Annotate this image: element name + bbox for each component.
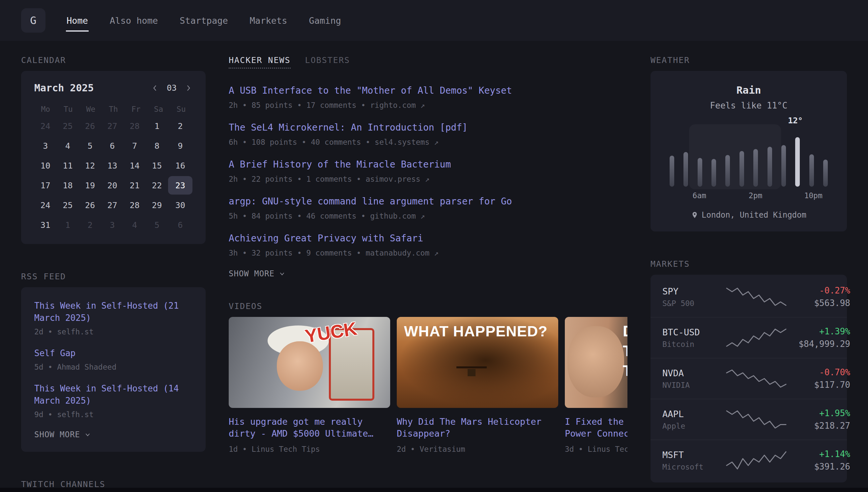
video-title[interactable]: His upgrade got me really dirty - AMD $5… — [229, 416, 390, 440]
markets-widget: SPY S&P 500 -0.27% $563.98 BTC-USD Bitco… — [651, 275, 847, 483]
calendar-day[interactable]: 2 — [79, 216, 101, 234]
nav-tab-markets[interactable]: Markets — [249, 9, 288, 32]
calendar-day[interactable]: 6 — [168, 216, 192, 234]
calendar-next-button[interactable] — [184, 84, 192, 92]
rss-show-more-label: SHOW MORE — [34, 430, 80, 439]
calendar-day[interactable]: 14 — [124, 156, 146, 175]
calendar-day[interactable]: 21 — [124, 176, 146, 195]
calendar-day[interactable]: 5 — [146, 216, 168, 234]
calendar-day[interactable]: 6 — [101, 137, 124, 155]
market-row[interactable]: AAPL Apple +1.95% $218.27 — [651, 399, 847, 440]
tab-lobsters[interactable]: LOBSTERS — [305, 55, 350, 68]
video-title-line: Disappear? — [397, 428, 558, 440]
news-item-title[interactable]: A Brief History of the Miracle Bacterium — [229, 158, 627, 171]
calendar-day[interactable]: 10 — [34, 156, 57, 175]
video-thumbnail[interactable]: DO T T — [565, 317, 627, 408]
calendar-day[interactable]: 4 — [57, 137, 79, 155]
news-item-title[interactable]: Achieving Great Privacy with Safari — [229, 232, 627, 245]
market-row[interactable]: SPY S&P 500 -0.27% $563.98 — [651, 277, 847, 317]
rss-item-title[interactable]: Self Gap — [34, 347, 192, 360]
calendar-day[interactable]: 24 — [34, 196, 57, 214]
calendar-day[interactable]: 28 — [124, 117, 146, 135]
rss-item-title[interactable]: This Week in Self-Hosted (14 March 2025) — [34, 383, 192, 407]
calendar-day[interactable]: 19 — [79, 176, 101, 195]
calendar-weekday-label: We — [79, 105, 102, 114]
calendar-day[interactable]: 27 — [101, 117, 124, 135]
calendar-weekday-label: Sa — [147, 105, 170, 114]
weather-bar — [725, 155, 730, 187]
weather-bar — [781, 145, 786, 187]
nav-tab-also-home[interactable]: Also home — [109, 9, 158, 32]
hour-label: 10pm — [804, 191, 822, 200]
video-title[interactable]: I Fixed the 5 Power Connect — [565, 416, 627, 440]
news-show-more-label: SHOW MORE — [229, 269, 274, 278]
news-item-meta: 6h • 108 points • 40 comments • sel4.sys… — [229, 138, 627, 146]
nav-tab-gaming[interactable]: Gaming — [308, 9, 342, 32]
tab-hacker-news[interactable]: HACKER NEWS — [229, 55, 291, 69]
calendar-day[interactable]: 16 — [168, 156, 192, 175]
calendar-day[interactable]: 2 — [168, 117, 192, 135]
calendar-day[interactable]: 13 — [101, 156, 124, 175]
chevron-right-icon — [184, 84, 192, 92]
calendar-day[interactable]: 15 — [146, 156, 168, 175]
calendar-day[interactable]: 9 — [168, 137, 192, 155]
calendar-day[interactable]: 27 — [101, 196, 124, 214]
calendar-month-number: 03 — [167, 83, 177, 93]
weather-condition: Rain — [664, 84, 834, 96]
market-price: $563.98 — [788, 298, 850, 308]
market-row[interactable]: MSFT Microsoft +1.14% $391.26 — [651, 440, 847, 481]
market-row[interactable]: NVDA NVIDIA -0.70% $117.70 — [651, 358, 847, 399]
video-card[interactable]: WHAT HAPPENED? Why Did The Mars Helicopt… — [397, 317, 558, 453]
calendar-day[interactable]: 29 — [146, 196, 168, 214]
calendar-weekday-label: Tu — [57, 105, 80, 114]
news-list: A USB Interface to the "Mother of All De… — [229, 84, 627, 257]
thumbnail-overlay-text: DO — [623, 322, 627, 340]
market-change: -0.27% — [788, 286, 850, 295]
calendar-day[interactable]: 18 — [57, 176, 79, 195]
nav-tab-startpage[interactable]: Startpage — [179, 9, 228, 32]
video-card[interactable]: DO T T I Fixed the 5 Power Connect 3d • … — [565, 317, 627, 453]
news-item: Achieving Great Privacy with Safari 3h •… — [229, 232, 627, 257]
app-logo[interactable]: G — [21, 8, 46, 33]
calendar-prev-button[interactable] — [151, 84, 159, 92]
calendar-day[interactable]: 3 — [34, 137, 57, 155]
calendar-day[interactable]: 3 — [101, 216, 124, 234]
rss-show-more-button[interactable]: SHOW MORE — [34, 430, 91, 439]
news-show-more-button[interactable]: SHOW MORE — [229, 269, 286, 278]
calendar-day[interactable]: 25 — [57, 196, 79, 214]
calendar-day[interactable]: 12 — [79, 156, 101, 175]
calendar-day[interactable]: 28 — [124, 196, 146, 214]
calendar-day[interactable]: 30 — [168, 196, 192, 214]
calendar-day[interactable]: 11 — [57, 156, 79, 175]
calendar-day[interactable]: 1 — [146, 117, 168, 135]
news-item-title[interactable]: argp: GNU-style command line argument pa… — [229, 195, 627, 208]
calendar-day[interactable]: 25 — [57, 117, 79, 135]
calendar-day[interactable]: 5 — [79, 137, 101, 155]
calendar-day[interactable]: 24 — [34, 117, 57, 135]
calendar-day[interactable]: 26 — [79, 196, 101, 214]
news-item-title[interactable]: A USB Interface to the "Mother of All De… — [229, 84, 627, 97]
news-item-title[interactable]: The SeL4 Microkernel: An Introduction [p… — [229, 121, 627, 134]
calendar-day-selected[interactable]: 23 — [168, 176, 192, 195]
right-column: WEATHER Rain Feels like 11°C 12° 6am 2pm… — [651, 55, 847, 483]
calendar-day[interactable]: 4 — [124, 216, 146, 234]
rss-item: This Week in Self-Hosted (14 March 2025)… — [34, 383, 192, 419]
calendar-day[interactable]: 1 — [57, 216, 79, 234]
calendar-day[interactable]: 8 — [146, 137, 168, 155]
calendar-day[interactable]: 26 — [79, 117, 101, 135]
nav-tab-home[interactable]: Home — [66, 9, 89, 32]
market-row[interactable]: BTC-USD Bitcoin +1.39% $84,999.29 — [651, 317, 847, 358]
calendar-day[interactable]: 20 — [101, 176, 124, 195]
weather-hourly-chart: 12° — [668, 129, 829, 187]
calendar-day[interactable]: 31 — [34, 216, 57, 234]
video-thumbnail[interactable]: WHAT HAPPENED? — [397, 317, 558, 408]
calendar-day[interactable]: 17 — [34, 176, 57, 195]
rss-item-title[interactable]: This Week in Self-Hosted (21 March 2025) — [34, 300, 192, 324]
video-thumbnail[interactable]: YUCK — [229, 317, 390, 408]
calendar-day[interactable]: 7 — [124, 137, 146, 155]
calendar-day[interactable]: 22 — [146, 176, 168, 195]
calendar-weekday-label: Th — [102, 105, 125, 114]
sparkline-chart — [725, 327, 788, 348]
video-card[interactable]: YUCK His upgrade got me really dirty - A… — [229, 317, 390, 453]
video-title[interactable]: Why Did The Mars Helicopter Disappear? — [397, 416, 558, 440]
